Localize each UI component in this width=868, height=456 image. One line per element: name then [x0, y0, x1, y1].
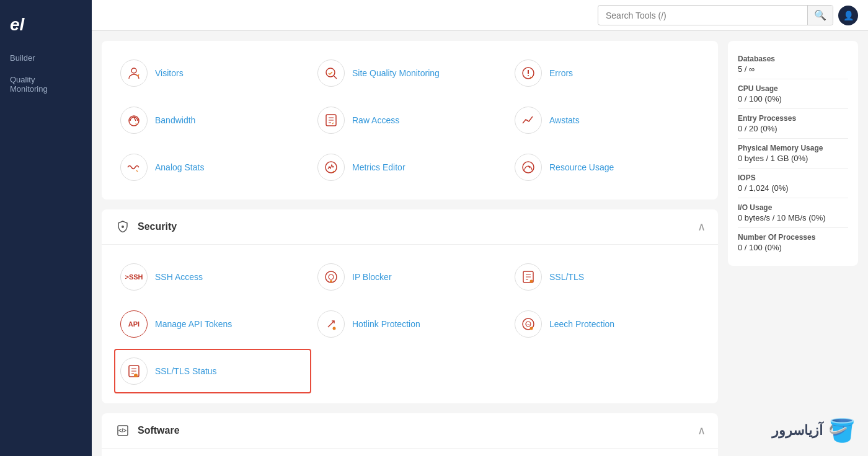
software-chevron-icon: ∧ — [698, 424, 706, 437]
svg-text:···: ··· — [526, 322, 531, 327]
list-item-awstats[interactable]: Awstats — [508, 98, 706, 142]
list-item-raw-access[interactable]: Raw Access — [311, 98, 508, 142]
svg-point-13 — [523, 162, 534, 173]
list-item-analog-stats[interactable]: Analog Stats — [114, 145, 311, 190]
security-section-header[interactable]: Security ∧ — [102, 209, 718, 245]
analog-stats-icon — [120, 154, 148, 181]
search-box[interactable]: 🔍 — [598, 5, 833, 25]
svg-point-33 — [134, 374, 138, 377]
list-item-ssl-tls-status[interactable]: SSL/TLS Status — [114, 349, 311, 393]
list-item-site-quality[interactable]: Site Quality Monitoring — [311, 51, 508, 95]
list-item-leech[interactable]: ··· Leech Protection — [508, 302, 706, 346]
list-item-manage-api[interactable]: API Manage API Tokens — [114, 302, 311, 346]
stat-processes: Number Of Processes 0 / 100 (0%) — [738, 228, 848, 257]
search-input[interactable] — [598, 7, 807, 24]
svg-point-5 — [528, 75, 529, 76]
ssl-tls-status-label: SSL/TLS Status — [155, 366, 217, 376]
software-section-title: </> Software — [114, 422, 180, 439]
sidebar-logo: el — [0, 10, 92, 47]
security-chevron-icon: ∧ — [698, 220, 706, 234]
metrics-section: Visitors Site Quality Monitoring — [102, 41, 718, 200]
bandwidth-label: Bandwidth — [155, 115, 195, 125]
manage-api-label: Manage API Tokens — [155, 319, 232, 329]
watermark-icon: 🪣 — [828, 418, 856, 444]
watermark-text: آزیاسرور — [772, 423, 823, 439]
stat-io-label: I/O Usage — [738, 203, 848, 212]
sidebar: el Builder QualityMonitoring — [0, 0, 92, 456]
software-grid: PHP ↓ PHP PEAR Packages Perl Perl Module… — [102, 449, 718, 456]
svg-point-1 — [326, 68, 335, 77]
security-icon — [114, 218, 131, 235]
visitors-label: Visitors — [155, 68, 184, 78]
errors-icon — [515, 59, 542, 87]
list-item-resource-usage[interactable]: Resource Usage — [508, 145, 706, 190]
stat-iops: IOPS 0 / 1,024 (0%) — [738, 169, 848, 198]
stat-databases: Databases 5 / ∞ — [738, 50, 848, 79]
site-quality-icon — [317, 59, 345, 87]
list-item-hotlink[interactable]: Hotlink Protection — [311, 302, 508, 346]
svg-point-23 — [530, 280, 533, 283]
sidebar-item-quality-monitoring[interactable]: QualityMonitoring — [0, 69, 92, 100]
stat-io-usage: I/O Usage 0 bytes/s / 10 MB/s (0%) — [738, 198, 848, 228]
software-section: </> Software ∧ PHP ↓ PHP PEAR Packages — [102, 413, 718, 456]
manage-api-icon: API — [120, 310, 148, 338]
center-panel: Visitors Site Quality Monitoring — [102, 41, 718, 456]
stat-processes-label: Number Of Processes — [738, 233, 848, 242]
ssh-access-icon: >SSH — [120, 263, 148, 291]
list-item-metrics-editor[interactable]: Metrics Editor — [311, 145, 508, 190]
resource-usage-icon — [515, 154, 542, 181]
ssh-access-label: SSH Access — [155, 272, 203, 282]
list-item-ssh-access[interactable]: >SSH SSH Access — [114, 255, 311, 299]
sidebar-item-builder[interactable]: Builder — [0, 47, 92, 69]
awstats-icon — [515, 107, 542, 134]
visitors-icon — [120, 59, 148, 87]
hotlink-label: Hotlink Protection — [352, 319, 420, 329]
stat-memory-label: Physical Memory Usage — [738, 144, 848, 152]
svg-point-28 — [530, 327, 533, 330]
ssl-tls-label: SSL/TLS — [549, 272, 584, 282]
software-section-header[interactable]: </> Software ∧ — [102, 413, 718, 449]
ip-blocker-icon — [317, 263, 345, 291]
analog-stats-label: Analog Stats — [155, 162, 204, 172]
stat-databases-value: 5 / ∞ — [738, 64, 848, 74]
metrics-editor-label: Metrics Editor — [352, 162, 405, 172]
stat-io-value: 0 bytes/s / 10 MB/s (0%) — [738, 213, 848, 222]
main-content: 🔍 👤 Visitors — [92, 0, 868, 456]
list-item-errors[interactable]: Errors — [508, 51, 706, 95]
ssl-tls-status-icon — [120, 357, 148, 385]
leech-icon: ··· — [515, 310, 542, 338]
svg-line-2 — [334, 76, 337, 79]
software-icon: </> — [114, 422, 131, 439]
svg-point-17 — [329, 274, 334, 279]
svg-text:</>: </> — [118, 428, 126, 434]
raw-access-icon — [317, 107, 345, 134]
site-quality-label: Site Quality Monitoring — [352, 68, 440, 78]
user-icon[interactable]: 👤 — [838, 6, 858, 25]
ip-blocker-label: IP Blocker — [352, 272, 392, 282]
list-item-ip-blocker[interactable]: IP Blocker — [311, 255, 508, 299]
stats-card: Databases 5 / ∞ CPU Usage 0 / 100 (0%) E… — [728, 41, 858, 266]
metrics-editor-icon — [317, 154, 345, 181]
stat-cpu: CPU Usage 0 / 100 (0%) — [738, 79, 848, 109]
raw-access-label: Raw Access — [352, 115, 399, 125]
list-item-visitors[interactable]: Visitors — [114, 51, 311, 95]
stat-entry-value: 0 / 20 (0%) — [738, 124, 848, 133]
ssl-tls-icon — [515, 263, 542, 291]
svg-point-24 — [333, 327, 336, 330]
list-item-ssl-tls[interactable]: SSL/TLS — [508, 255, 706, 299]
search-button[interactable]: 🔍 — [807, 6, 833, 25]
top-bar: 🔍 👤 — [92, 0, 868, 31]
software-title-text: Software — [138, 425, 180, 436]
errors-label: Errors — [549, 68, 573, 78]
list-item-bandwidth[interactable]: Bandwidth — [114, 98, 311, 142]
svg-point-18 — [330, 280, 332, 283]
svg-point-0 — [131, 68, 136, 73]
watermark: آزیاسرور 🪣 — [772, 418, 856, 444]
stat-cpu-label: CPU Usage — [738, 84, 848, 93]
stat-memory-value: 0 bytes / 1 GB (0%) — [738, 154, 848, 163]
bandwidth-icon — [120, 107, 148, 134]
stat-iops-label: IOPS — [738, 173, 848, 182]
security-section-title: Security — [114, 218, 177, 235]
awstats-label: Awstats — [549, 115, 580, 125]
security-title-text: Security — [138, 221, 177, 232]
